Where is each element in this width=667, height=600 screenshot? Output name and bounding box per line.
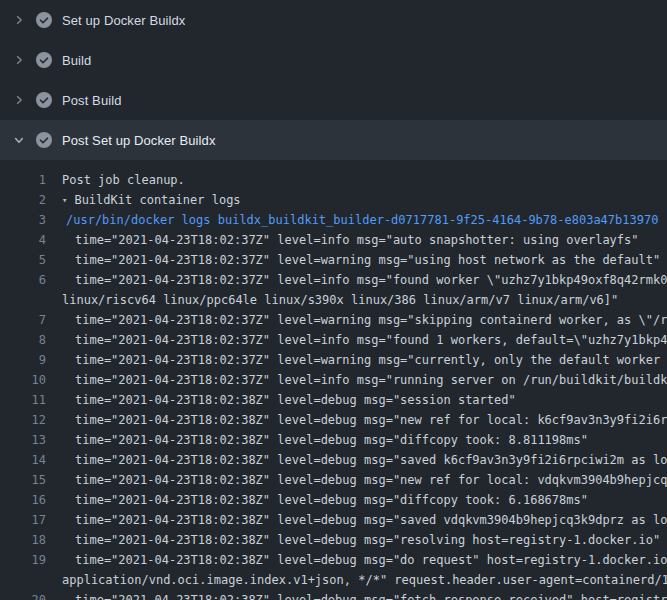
chevron-right-icon [10, 12, 28, 28]
line-number[interactable]: 9 [0, 350, 56, 370]
group-expander-icon[interactable]: ▾ [62, 190, 67, 210]
line-number[interactable] [0, 290, 56, 310]
line-text: time="2021-04-23T18:02:37Z" level=info m… [56, 330, 667, 350]
log-line: 7 time="2021-04-23T18:02:37Z" level=warn… [0, 310, 667, 330]
line-text: time="2021-04-23T18:02:38Z" level=debug … [56, 510, 667, 530]
line-number[interactable]: 1 [0, 170, 56, 190]
line-number[interactable]: 20 [0, 590, 56, 600]
step-label: Post Set up Docker Buildx [62, 133, 216, 148]
log-line: 4 time="2021-04-23T18:02:37Z" level=info… [0, 230, 667, 250]
step-row-set-up-docker-buildx[interactable]: Set up Docker Buildx [0, 0, 667, 40]
chevron-right-icon [10, 92, 28, 108]
line-number[interactable]: 8 [0, 330, 56, 350]
log-line: 1 Post job cleanup. [0, 170, 667, 190]
line-number[interactable]: 2 [0, 190, 56, 210]
log-line: 12 time="2021-04-23T18:02:38Z" level=deb… [0, 410, 667, 430]
line-text: time="2021-04-23T18:02:38Z" level=debug … [56, 530, 667, 550]
line-number[interactable]: 11 [0, 390, 56, 410]
line-number[interactable]: 7 [0, 310, 56, 330]
step-label: Post Build [62, 93, 122, 108]
line-text: time="2021-04-23T18:02:37Z" level=info m… [56, 370, 667, 390]
line-text: time="2021-04-23T18:02:38Z" level=debug … [56, 490, 667, 510]
log-line: 9 time="2021-04-23T18:02:37Z" level=warn… [0, 350, 667, 370]
line-text: time="2021-04-23T18:02:37Z" level=warnin… [56, 350, 667, 370]
line-number[interactable] [0, 570, 56, 590]
log-line: 15 time="2021-04-23T18:02:38Z" level=deb… [0, 470, 667, 490]
line-text: time="2021-04-23T18:02:38Z" level=debug … [56, 430, 667, 450]
chevron-right-icon [10, 52, 28, 68]
line-text: time="2021-04-23T18:02:37Z" level=warnin… [56, 310, 667, 330]
line-number[interactable]: 17 [0, 510, 56, 530]
step-row-build[interactable]: Build [0, 40, 667, 80]
line-text: time="2021-04-23T18:02:38Z" level=debug … [56, 450, 667, 470]
line-number[interactable]: 16 [0, 490, 56, 510]
line-text: Post job cleanup. [56, 170, 667, 190]
line-text: time="2021-04-23T18:02:37Z" level=info m… [56, 270, 667, 290]
line-text: time="2021-04-23T18:02:38Z" level=debug … [56, 590, 667, 600]
log-line: 6 time="2021-04-23T18:02:37Z" level=info… [0, 270, 667, 290]
line-text: time="2021-04-23T18:02:37Z" level=warnin… [56, 250, 667, 270]
line-text: time="2021-04-23T18:02:37Z" level=info m… [56, 230, 667, 250]
line-number[interactable]: 10 [0, 370, 56, 390]
line-text: time="2021-04-23T18:02:38Z" level=debug … [56, 410, 667, 430]
log-line: 8 time="2021-04-23T18:02:37Z" level=info… [0, 330, 667, 350]
line-number[interactable]: 4 [0, 230, 56, 250]
step-row-post-build[interactable]: Post Build [0, 80, 667, 120]
log-line: application/vnd.oci.image.index.v1+json,… [0, 570, 667, 590]
line-text: time="2021-04-23T18:02:38Z" level=debug … [56, 470, 667, 490]
log-area: 1 Post job cleanup. 2 ▾BuildKit containe… [0, 160, 667, 600]
line-number[interactable]: 12 [0, 410, 56, 430]
line-text: linux/riscv64 linux/ppc64le linux/s390x … [56, 290, 667, 310]
check-circle-icon [36, 132, 52, 148]
line-text: time="2021-04-23T18:02:38Z" level=debug … [56, 390, 667, 410]
check-circle-icon [36, 92, 52, 108]
step-label: Build [62, 53, 91, 68]
log-line: linux/riscv64 linux/ppc64le linux/s390x … [0, 290, 667, 310]
line-text: application/vnd.oci.image.index.v1+json,… [56, 570, 667, 590]
step-label: Set up Docker Buildx [62, 13, 185, 28]
group-title[interactable]: BuildKit container logs [74, 193, 240, 207]
log-line: 10 time="2021-04-23T18:02:37Z" level=inf… [0, 370, 667, 390]
log-line: 5 time="2021-04-23T18:02:37Z" level=warn… [0, 250, 667, 270]
line-number[interactable]: 14 [0, 450, 56, 470]
line-number[interactable]: 6 [0, 270, 56, 290]
line-number[interactable]: 13 [0, 430, 56, 450]
log-line: 14 time="2021-04-23T18:02:38Z" level=deb… [0, 450, 667, 470]
log-line: 2 ▾BuildKit container logs [0, 190, 667, 210]
log-line: 19 time="2021-04-23T18:02:38Z" level=deb… [0, 550, 667, 570]
line-text: ▾BuildKit container logs [56, 190, 667, 210]
log-line: 11 time="2021-04-23T18:02:38Z" level=deb… [0, 390, 667, 410]
line-number[interactable]: 3 [0, 210, 56, 230]
log-line: 18 time="2021-04-23T18:02:38Z" level=deb… [0, 530, 667, 550]
check-circle-icon [36, 52, 52, 68]
actions-log-viewer: Set up Docker Buildx Build Post Build Po… [0, 0, 667, 600]
log-line: 3 /usr/bin/docker logs buildx_buildkit_b… [0, 210, 667, 230]
line-number[interactable]: 19 [0, 550, 56, 570]
line-text: /usr/bin/docker logs buildx_buildkit_bui… [56, 210, 667, 230]
line-text: time="2021-04-23T18:02:38Z" level=debug … [56, 550, 667, 570]
line-number[interactable]: 5 [0, 250, 56, 270]
log-line: 17 time="2021-04-23T18:02:38Z" level=deb… [0, 510, 667, 530]
line-number[interactable]: 18 [0, 530, 56, 550]
chevron-down-icon [10, 132, 28, 148]
log-line: 20 time="2021-04-23T18:02:38Z" level=deb… [0, 590, 667, 600]
step-row-post-set-up-docker-buildx[interactable]: Post Set up Docker Buildx [0, 120, 667, 160]
log-line: 16 time="2021-04-23T18:02:38Z" level=deb… [0, 490, 667, 510]
check-circle-icon [36, 12, 52, 28]
line-number[interactable]: 15 [0, 470, 56, 490]
log-line: 13 time="2021-04-23T18:02:38Z" level=deb… [0, 430, 667, 450]
